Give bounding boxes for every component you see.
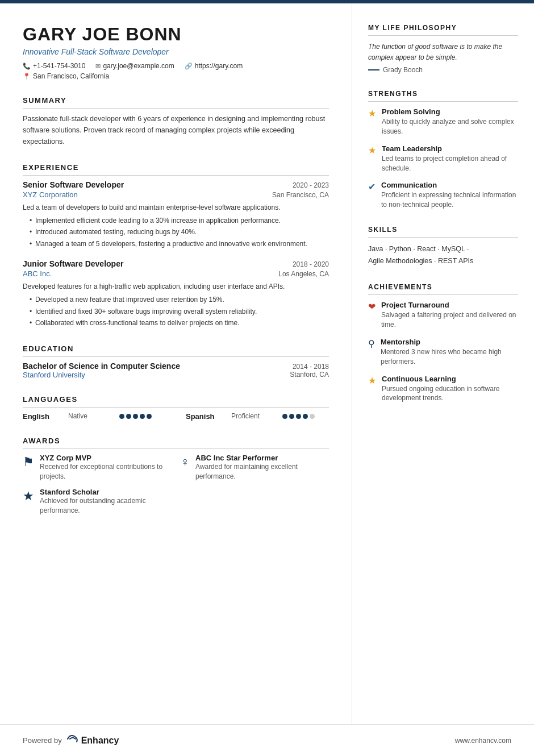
job1-dates: 2020 - 2023 <box>293 181 329 189</box>
strength-name-1: Problem Solving <box>382 107 518 116</box>
lang-level-spanish: Proficient <box>231 412 277 420</box>
dot <box>119 414 124 419</box>
bullet-item: Collaborated with cross-functional teams… <box>30 318 329 329</box>
achievement-item-3: ★ Continuous Learning Pursued ongoing ed… <box>368 375 518 404</box>
summary-section: SUMMARY Passionate full-stack developer … <box>23 96 329 147</box>
strength-desc-1: Ability to quickly analyze and solve com… <box>382 117 518 136</box>
strength-desc-2: Led teams to project completion ahead of… <box>382 154 518 173</box>
philosophy-section: MY LIFE PHILOSOPHY The function of good … <box>368 24 518 74</box>
website-text: https://gary.com <box>195 62 243 70</box>
header: GARY JOE BONN Innovative Full-Stack Soft… <box>23 24 329 80</box>
achievements-section: ACHIEVEMENTS ❤ Project Turnaround Salvag… <box>368 283 518 403</box>
powered-by-text: Powered by <box>23 736 62 745</box>
achievement-item-1: ❤ Project Turnaround Salvaged a falterin… <box>368 301 518 330</box>
check-icon: ✔ <box>368 181 376 192</box>
dot <box>289 414 294 419</box>
achievement-desc-3: Pursued ongoing education in software de… <box>382 384 518 404</box>
achievement-desc-1: Salvaged a faltering project and deliver… <box>381 310 518 330</box>
job2-desc: Developed features for a high-traffic we… <box>23 281 329 292</box>
philosophy-title: MY LIFE PHILOSOPHY <box>368 24 518 36</box>
education-section: EDUCATION Bachelor of Science in Compute… <box>23 344 329 379</box>
skills-text: Java · Python · React · MySQL ·Agile Met… <box>368 243 518 268</box>
skills-title: SKILLS <box>368 226 518 238</box>
experience-title: EXPERIENCE <box>23 163 329 176</box>
award-desc-1: Received for exceptional contributions t… <box>40 462 172 481</box>
award-name-2: ABC Inc Star Performer <box>195 454 329 462</box>
awards-grid: ⚑ XYZ Corp MVP Received for exceptional … <box>23 454 329 516</box>
awards-title: AWARDS <box>23 437 329 449</box>
achievement-content-1: Project Turnaround Salvaged a faltering … <box>381 301 518 330</box>
strength-name-2: Team Leadership <box>382 144 518 153</box>
bullet-item: Identified and fixed 30+ software bugs i… <box>30 306 329 317</box>
philosophy-text: The function of good software is to make… <box>368 41 518 63</box>
job2-dates: 2018 - 2020 <box>293 260 329 268</box>
award-icon-flag: ⚑ <box>23 455 34 470</box>
job2-location: Los Angeles, CA <box>278 270 329 278</box>
achievement-content-3: Continuous Learning Pursued ongoing educ… <box>382 375 518 404</box>
achievement-item-2: ⚲ Mentorship Mentored 3 new hires who be… <box>368 338 518 367</box>
heart-icon: ❤ <box>368 301 376 312</box>
strength-item-3: ✔ Communication Proficient in expressing… <box>368 181 518 210</box>
website-item: 🔗 https://gary.com <box>185 62 243 70</box>
award-desc-2: Awarded for maintaining excellent perfor… <box>195 462 329 481</box>
edu-location: Stanford, CA <box>290 371 329 379</box>
lang-level-english: Native <box>68 412 114 420</box>
award-name-1: XYZ Corp MVP <box>40 454 172 462</box>
enhancv-logo-icon <box>66 734 79 747</box>
edu-school-row: Stanford University Stanford, CA <box>23 371 329 379</box>
dot <box>133 414 138 419</box>
job1-company: XYZ Corporation <box>23 190 78 199</box>
dot <box>296 414 301 419</box>
edu-header: Bachelor of Science in Computer Science … <box>23 362 329 371</box>
strength-content-1: Problem Solving Ability to quickly analy… <box>382 107 518 136</box>
achievement-content-2: Mentorship Mentored 3 new hires who beca… <box>381 338 518 367</box>
bullet-item: Implemented efficient code leading to a … <box>30 215 329 226</box>
award-content-3: Stanford Scholar Achieved for outstandin… <box>40 488 172 516</box>
strength-desc-3: Proficient in expressing technical infor… <box>381 190 518 210</box>
award-desc-3: Achieved for outstanding academic perfor… <box>40 496 172 516</box>
award-item-2: ♀ ABC Inc Star Performer Awarded for mai… <box>181 454 329 481</box>
resume-body: GARY JOE BONN Innovative Full-Stack Soft… <box>0 3 534 724</box>
enhancv-logo-text: Enhancy <box>81 736 119 746</box>
dot <box>303 414 308 419</box>
philosophy-author: Grady Booch <box>368 66 518 74</box>
summary-title: SUMMARY <box>23 96 329 109</box>
award-content-2: ABC Inc Star Performer Awarded for maint… <box>195 454 329 481</box>
strengths-title: STRENGTHS <box>368 90 518 102</box>
job-entry-2: Junior Software Developer 2018 - 2020 AB… <box>23 259 329 328</box>
job2-header: Junior Software Developer 2018 - 2020 <box>23 259 329 268</box>
star-icon-achievement: ★ <box>368 375 376 386</box>
resume-wrapper: GARY JOE BONN Innovative Full-Stack Soft… <box>0 0 534 756</box>
location-text: San Francisco, California <box>33 72 109 80</box>
job1-company-row: XYZ Corporation San Francisco, CA <box>23 190 329 199</box>
job2-title: Junior Software Developer <box>23 259 123 268</box>
achievement-desc-2: Mentored 3 new hires who became high per… <box>381 347 518 367</box>
lang-name-english: English <box>23 412 62 421</box>
experience-section: EXPERIENCE Senior Software Developer 202… <box>23 163 329 329</box>
award-icon-pin: ♀ <box>181 455 190 470</box>
link-icon: 🔗 <box>185 63 193 70</box>
edu-degree: Bachelor of Science in Computer Science <box>23 362 180 371</box>
email-text: gary.joe@example.com <box>103 62 174 70</box>
candidate-title: Innovative Full-Stack Software Developer <box>23 47 329 56</box>
lang-dots-english <box>119 414 152 419</box>
strength-item-1: ★ Problem Solving Ability to quickly ana… <box>368 107 518 136</box>
summary-text: Passionate full-stack developer with 6 y… <box>23 113 329 147</box>
strengths-section: STRENGTHS ★ Problem Solving Ability to q… <box>368 90 518 210</box>
location-row: 📍 San Francisco, California <box>23 72 329 80</box>
bullet-item: Introduced automated testing, reducing b… <box>30 227 329 238</box>
award-item-1: ⚑ XYZ Corp MVP Received for exceptional … <box>23 454 172 481</box>
languages-section: LANGUAGES English Native Spanish Profici… <box>23 395 329 421</box>
candidate-name: GARY JOE BONN <box>23 24 329 45</box>
dot <box>147 414 152 419</box>
awards-section: AWARDS ⚑ XYZ Corp MVP Received for excep… <box>23 437 329 516</box>
phone-text: +1-541-754-3010 <box>33 62 85 70</box>
left-column: GARY JOE BONN Innovative Full-Stack Soft… <box>0 3 352 724</box>
strength-item-2: ★ Team Leadership Led teams to project c… <box>368 144 518 173</box>
right-column: MY LIFE PHILOSOPHY The function of good … <box>352 3 534 724</box>
star-icon-1: ★ <box>368 108 376 119</box>
languages-title: LANGUAGES <box>23 395 329 408</box>
job2-company-row: ABC Inc. Los Angeles, CA <box>23 269 329 278</box>
lang-dots-spanish <box>282 414 315 419</box>
footer: Powered by Enhancy www.enhancv.com <box>0 724 534 756</box>
